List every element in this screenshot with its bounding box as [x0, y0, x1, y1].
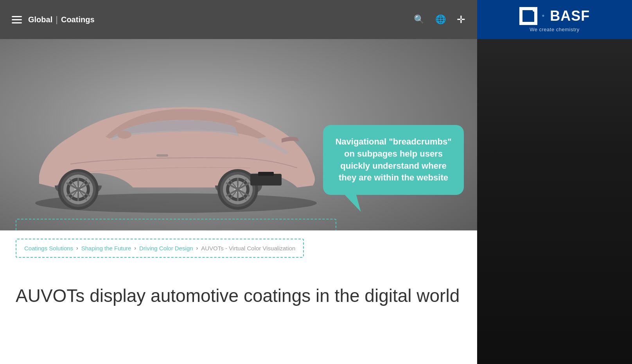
header-right: 🔍 🌐 ✛ — [414, 14, 465, 26]
header: Global | Coatings 🔍 🌐 ✛ — [0, 0, 477, 39]
logo-square-inner — [522, 10, 534, 22]
hamburger-menu-button[interactable] — [12, 16, 22, 23]
page-title: AUVOTs display automotive coatings in th… — [16, 285, 461, 307]
breadcrumb-item-0[interactable]: Coatings Solutions — [24, 245, 73, 252]
breadcrumb-sep-2: › — [196, 245, 198, 251]
svg-point-23 — [117, 131, 131, 139]
basf-name: BASF — [550, 8, 590, 24]
header-nav: Global | Coatings — [28, 14, 95, 25]
logo-dot — [533, 9, 536, 12]
section-label: Coatings — [61, 15, 95, 24]
basf-dot-separator: • — [542, 12, 544, 20]
breadcrumb-dashed-box: Coatings Solutions › Shaping the Future … — [16, 239, 304, 258]
svg-rect-26 — [258, 172, 274, 176]
basf-logo-mark — [519, 7, 537, 25]
car-svg — [8, 31, 344, 219]
tooltip-text: Navigational "breadcrumbs" on subpages h… — [335, 136, 452, 184]
header-left: Global | Coatings — [12, 14, 95, 25]
globe-icon[interactable]: 🌐 — [435, 14, 446, 25]
cross-icon[interactable]: ✛ — [457, 14, 465, 26]
header-divider: | — [56, 14, 58, 25]
breadcrumb-sep-1: › — [134, 245, 136, 251]
tooltip-bubble: Navigational "breadcrumbs" on subpages h… — [323, 125, 464, 195]
dark-side-panel — [477, 0, 632, 364]
svg-rect-24 — [156, 154, 168, 157]
search-icon[interactable]: 🔍 — [414, 14, 424, 25]
basf-logo: • BASF We create chemistry — [477, 0, 632, 39]
breadcrumb-item-2[interactable]: Driving Color Design — [139, 245, 193, 252]
breadcrumb-item-1[interactable]: Shaping the Future — [81, 245, 131, 252]
basf-logo-inner: • BASF — [519, 7, 590, 25]
page-title-section: AUVOTs display automotive coatings in th… — [0, 273, 477, 318]
breadcrumb-section: Coatings Solutions › Shaping the Future … — [0, 230, 477, 266]
car-image — [8, 31, 344, 227]
breadcrumb-sep-0: › — [76, 245, 78, 251]
breadcrumb-item-3: AUVOTs - Virtual Color Visualization — [201, 245, 295, 252]
basf-tagline: We create chemistry — [530, 27, 580, 32]
global-label: Global — [28, 15, 52, 24]
